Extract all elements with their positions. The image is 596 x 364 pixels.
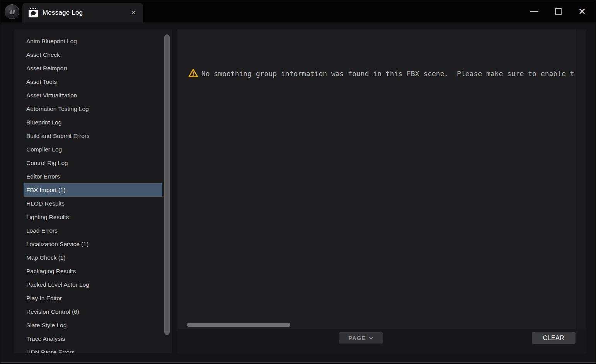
sidebar-item[interactable]: Asset Tools [24,75,162,88]
sidebar-item-label: Asset Check [26,51,60,58]
sidebar-item[interactable]: FBX Import (1) [24,183,162,197]
sidebar-item-label: Asset Reimport [26,65,67,71]
message-panel: No smoothing group information was found… [177,29,586,353]
sidebar-item[interactable]: Map Check (1) [24,251,162,264]
sidebar-item[interactable]: Build and Submit Errors [24,129,162,143]
sidebar-item-label: Map Check (1) [26,254,66,261]
sidebar-item[interactable]: Asset Check [24,48,162,61]
sidebar-item[interactable]: Revision Control (6) [24,305,162,318]
sidebar-item[interactable]: Asset Reimport [24,61,162,75]
log-category-panel: Anim Blueprint LogAsset CheckAsset Reimp… [14,29,172,353]
sidebar-item-label: FBX Import (1) [26,187,66,193]
sidebar-item-label: UDN Parse Errors [26,349,75,353]
message-list: No smoothing group information was found… [177,29,586,329]
sidebar-item[interactable]: Play In Editor [24,291,162,305]
message-row[interactable]: No smoothing group information was found… [188,68,586,79]
sidebar-item-label: Trace Analysis [26,335,65,342]
sidebar-item-label: Anim Blueprint Log [26,38,77,44]
sidebar-item-label: Localization Service (1) [26,241,89,247]
sidebar-item[interactable]: Packaging Results [24,264,162,278]
sidebar-item[interactable]: HLOD Results [24,197,162,210]
tab-close-icon[interactable]: ✕ [129,9,138,17]
sidebar-item[interactable]: Trace Analysis [24,332,162,345]
sidebar-item-label: Asset Virtualization [26,92,77,99]
page-dropdown-label: PAGE [348,335,366,341]
sidebar-item[interactable]: Automation Testing Log [24,102,162,116]
sidebar-item[interactable]: Compiler Log [24,143,162,156]
close-icon: ✕ [578,7,586,16]
message-log-icon [29,8,38,17]
sidebar-item-label: Control Rig Log [26,160,68,166]
sidebar-item-label: Compiler Log [26,146,62,153]
sidebar-item-label: Load Errors [26,227,58,234]
sidebar-item-label: Automation Testing Log [26,105,89,112]
message-text: No smoothing group information was found… [201,69,574,78]
sidebar-item[interactable]: Blueprint Log [24,116,162,129]
sidebar-item[interactable]: UDN Parse Errors [24,345,162,353]
sidebar-item-label: Build and Submit Errors [26,133,90,139]
chevron-down-icon [368,335,374,341]
vertical-scrollbar-track[interactable] [576,29,586,329]
minimize-icon [530,11,538,12]
sidebar-item[interactable]: Slate Style Log [24,318,162,332]
page-dropdown[interactable]: PAGE [339,332,383,344]
sidebar-item[interactable]: Asset Virtualization [24,88,162,102]
warning-icon [188,68,198,79]
sidebar-item[interactable]: Load Errors [24,224,162,237]
sidebar-item-label: Packaging Results [26,268,76,274]
sidebar-item-label: Revision Control (6) [26,308,79,315]
tab-title: Message Log [43,9,83,17]
minimize-button[interactable] [522,0,546,22]
tab-message-log[interactable]: Message Log ✕ [22,3,143,22]
footer-toolbar: PAGE CLEAR [177,329,586,353]
sidebar-item[interactable]: Control Rig Log [24,156,162,170]
sidebar-item-label: Editor Errors [26,173,60,180]
horizontal-scrollbar[interactable] [187,323,290,327]
titlebar: u Message Log ✕ ✕ [0,0,596,22]
sidebar-item[interactable]: Lighting Results [24,210,162,224]
sidebar-scrollbar[interactable] [164,34,170,335]
sidebar-list: Anim Blueprint LogAsset CheckAsset Reimp… [14,34,172,353]
sidebar-item[interactable]: Packed Level Actor Log [24,278,162,291]
maximize-button[interactable] [546,0,570,22]
sidebar-item-label: Asset Tools [26,78,57,85]
close-button[interactable]: ✕ [570,0,594,22]
maximize-icon [555,8,562,15]
sidebar-item[interactable]: Anim Blueprint Log [24,34,162,48]
sidebar-item-label: HLOD Results [26,200,65,207]
clear-button[interactable]: CLEAR [532,332,576,344]
unreal-engine-logo-icon: u [5,4,19,19]
sidebar-item-label: Slate Style Log [26,322,66,328]
window-controls: ✕ [522,0,594,22]
sidebar-item[interactable]: Localization Service (1) [24,237,162,251]
message-log-window: u Message Log ✕ ✕ Anim Blueprint LogAsse… [0,0,596,364]
sidebar-item[interactable]: Editor Errors [24,170,162,183]
sidebar-item-label: Play In Editor [26,295,62,301]
sidebar-item-label: Packed Level Actor Log [26,281,89,288]
sidebar-item-label: Blueprint Log [26,119,61,126]
sidebar-item-label: Lighting Results [26,214,69,220]
